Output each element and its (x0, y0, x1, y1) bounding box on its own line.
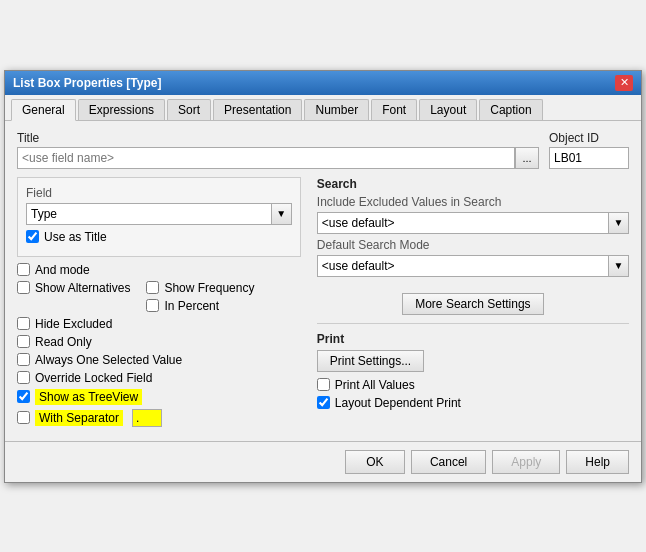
tab-font[interactable]: Font (371, 99, 417, 120)
in-percent-checkbox[interactable] (146, 299, 159, 312)
show-treeview-row: Show as TreeView (17, 389, 301, 405)
field-input[interactable] (26, 203, 272, 225)
tabs-bar: General Expressions Sort Presentation Nu… (5, 95, 641, 121)
tab-number[interactable]: Number (304, 99, 369, 120)
object-id-wrap: Object ID (549, 131, 629, 169)
tab-caption[interactable]: Caption (479, 99, 542, 120)
hide-excluded-row: Hide Excluded (17, 317, 301, 331)
checkboxes-section: And mode Show Alternatives S (17, 263, 301, 427)
title-row: Title ... Object ID (17, 131, 629, 169)
object-id-input[interactable] (549, 147, 629, 169)
override-locked-row: Override Locked Field (17, 371, 301, 385)
show-alternatives-checkbox[interactable] (17, 281, 30, 294)
tab-layout[interactable]: Layout (419, 99, 477, 120)
default-search-label: Default Search Mode (317, 238, 629, 252)
read-only-checkbox[interactable] (17, 335, 30, 348)
include-excluded-wrap: Include Excluded Values in Search <use d… (317, 195, 629, 234)
print-all-values-row: Print All Values (317, 378, 629, 392)
include-excluded-select[interactable]: <use default> (317, 212, 609, 234)
search-label: Search (317, 177, 629, 191)
title-input[interactable] (17, 147, 515, 169)
two-col-layout: Field ▼ Use as Title (17, 177, 629, 431)
read-only-label: Read Only (35, 335, 92, 349)
left-checkboxes: Show Alternatives (17, 281, 130, 317)
field-group: Field ▼ Use as Title (17, 177, 301, 257)
use-as-title-label: Use as Title (44, 230, 107, 244)
help-button[interactable]: Help (566, 450, 629, 474)
browse-button[interactable]: ... (515, 147, 539, 169)
layout-dependent-checkbox[interactable] (317, 396, 330, 409)
cancel-button[interactable]: Cancel (411, 450, 486, 474)
dialog: List Box Properties [Type] ✕ General Exp… (4, 70, 642, 483)
tab-expressions[interactable]: Expressions (78, 99, 165, 120)
title-field-wrap: Title ... (17, 131, 539, 169)
field-dropdown-arrow[interactable]: ▼ (272, 203, 292, 225)
more-search-button[interactable]: More Search Settings (402, 293, 543, 315)
dialog-title: List Box Properties [Type] (13, 76, 161, 90)
print-all-values-label: Print All Values (335, 378, 415, 392)
right-column: Search Include Excluded Values in Search… (317, 177, 629, 431)
default-search-select[interactable]: <use default> (317, 255, 609, 277)
print-section: Print Print Settings... Print All Values… (317, 332, 629, 410)
tab-sort[interactable]: Sort (167, 99, 211, 120)
field-select-wrap: ▼ (26, 203, 292, 225)
right-checkboxes: Show Frequency In Percent (146, 281, 254, 317)
close-button[interactable]: ✕ (615, 75, 633, 91)
show-alternatives-row: Show Alternatives (17, 281, 130, 295)
and-mode-checkbox[interactable] (17, 263, 30, 276)
hide-excluded-label: Hide Excluded (35, 317, 112, 331)
ok-button[interactable]: OK (345, 450, 405, 474)
always-one-checkbox[interactable] (17, 353, 30, 366)
dialog-content: Title ... Object ID Field ▼ (5, 121, 641, 441)
print-all-values-checkbox[interactable] (317, 378, 330, 391)
field-label: Field (26, 186, 292, 200)
print-settings-button[interactable]: Print Settings... (317, 350, 424, 372)
and-mode-label: And mode (35, 263, 90, 277)
use-as-title-row: Use as Title (26, 230, 292, 244)
divider (317, 323, 629, 324)
tab-presentation[interactable]: Presentation (213, 99, 302, 120)
tab-general[interactable]: General (11, 99, 76, 121)
with-separator-row: With Separator (17, 409, 301, 427)
print-label: Print (317, 332, 629, 346)
always-one-label: Always One Selected Value (35, 353, 182, 367)
with-separator-label: With Separator (35, 410, 123, 426)
show-frequency-label: Show Frequency (164, 281, 254, 295)
layout-dependent-label: Layout Dependent Print (335, 396, 461, 410)
override-locked-checkbox[interactable] (17, 371, 30, 384)
show-frequency-checkbox[interactable] (146, 281, 159, 294)
default-search-wrap: Default Search Mode <use default> ▼ (317, 238, 629, 277)
include-excluded-arrow[interactable]: ▼ (609, 212, 629, 234)
bottom-buttons: OK Cancel Apply Help (5, 441, 641, 482)
title-bar: List Box Properties [Type] ✕ (5, 71, 641, 95)
default-search-arrow[interactable]: ▼ (609, 255, 629, 277)
include-excluded-dropdown-wrap: <use default> ▼ (317, 212, 629, 234)
hide-excluded-checkbox[interactable] (17, 317, 30, 330)
left-column: Field ▼ Use as Title (17, 177, 301, 431)
include-excluded-label: Include Excluded Values in Search (317, 195, 629, 209)
more-search-wrap: More Search Settings (317, 285, 629, 315)
and-mode-row: And mode (17, 263, 301, 277)
title-label: Title (17, 131, 539, 145)
use-as-title-checkbox[interactable] (26, 230, 39, 243)
search-section: Search Include Excluded Values in Search… (317, 177, 629, 315)
override-locked-label: Override Locked Field (35, 371, 152, 385)
apply-button[interactable]: Apply (492, 450, 560, 474)
show-treeview-checkbox[interactable] (17, 390, 30, 403)
in-percent-label: In Percent (164, 299, 219, 313)
in-percent-row: In Percent (146, 299, 254, 313)
separator-input[interactable] (132, 409, 162, 427)
show-frequency-row: Show Frequency (146, 281, 254, 295)
object-id-label: Object ID (549, 131, 629, 145)
default-search-dropdown-wrap: <use default> ▼ (317, 255, 629, 277)
show-alternatives-label: Show Alternatives (35, 281, 130, 295)
with-separator-checkbox[interactable] (17, 411, 30, 424)
read-only-row: Read Only (17, 335, 301, 349)
layout-dependent-row: Layout Dependent Print (317, 396, 629, 410)
show-treeview-label: Show as TreeView (35, 389, 142, 405)
always-one-row: Always One Selected Value (17, 353, 301, 367)
freq-row: Show Alternatives Show Frequency In Perc… (17, 281, 301, 317)
